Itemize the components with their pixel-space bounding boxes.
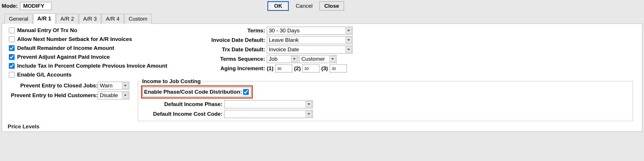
tab-ar1[interactable]: A/R 1 xyxy=(33,13,56,24)
aging-3-label: (3) xyxy=(321,65,328,72)
label-terms: Terms: xyxy=(199,28,265,34)
checkbox-include-tax[interactable] xyxy=(9,63,15,69)
chevron-down-icon xyxy=(122,83,128,89)
select-trx-date[interactable]: Invoice Date xyxy=(267,46,353,54)
ok-button[interactable]: OK xyxy=(267,1,289,11)
checkbox-enable-gl[interactable] xyxy=(9,72,15,78)
highlight-box: Enable Phase/Cost Code Distribution: xyxy=(141,85,253,99)
aging-2-input[interactable] xyxy=(302,64,319,72)
select-terms-seq-1[interactable]: Job xyxy=(267,55,298,63)
select-prevent-closed-jobs-value: Warn xyxy=(100,83,113,89)
chevron-down-icon xyxy=(345,28,352,34)
tab-custom[interactable]: Custom xyxy=(124,14,152,24)
select-prevent-closed-jobs[interactable]: Warn xyxy=(98,82,129,90)
app-window: Mode: MODIFY OK Cancel Close General A/R… xyxy=(0,0,644,133)
tab-general[interactable]: General xyxy=(5,14,33,24)
select-default-cost[interactable] xyxy=(224,110,313,118)
aging-1-label: (1) xyxy=(267,65,273,72)
chevron-down-icon xyxy=(306,111,312,117)
tab-content: Manual Entry Of Trx No Allow Next Number… xyxy=(2,24,642,132)
select-invoice-date-value: Leave Blank xyxy=(269,37,299,43)
label-default-cost: Default Income Cost Code: xyxy=(141,111,222,117)
left-column: Manual Entry Of Trx No Allow Next Number… xyxy=(8,27,191,80)
aging-1-input[interactable] xyxy=(275,64,292,72)
label-prevent-adjust: Prevent Adjust Against Paid Invoice xyxy=(17,54,110,60)
select-default-phase[interactable] xyxy=(224,100,313,108)
select-terms-seq-2-value: Customer xyxy=(301,56,325,62)
mode-value: MODIFY xyxy=(20,2,51,10)
label-terms-seq: Terms Sequence: xyxy=(199,56,265,62)
price-levels-heading: Price Levels xyxy=(2,121,642,130)
right-column: Terms: 30 - 30 Days Invoice Date Default… xyxy=(199,27,636,80)
label-prevent-held-customers: Prevent Entry to Held Customers: xyxy=(8,92,98,99)
chevron-down-icon xyxy=(291,56,297,62)
select-terms-seq-2[interactable]: Customer xyxy=(299,55,337,63)
legend-income: Income to Job Costing xyxy=(141,78,202,85)
chevron-down-icon xyxy=(345,46,352,53)
left-sub: Prevent Entry to Closed Jobs: Warn Preve… xyxy=(8,82,132,99)
aging-3-input[interactable] xyxy=(330,64,347,72)
label-enable-gl: Enable G/L Accounts xyxy=(17,72,71,78)
select-trx-date-value: Invoice Date xyxy=(269,46,299,53)
checkbox-default-remainder[interactable] xyxy=(9,45,15,51)
select-prevent-held-customers[interactable]: Disable xyxy=(98,91,129,99)
tab-ar4[interactable]: A/R 4 xyxy=(102,14,124,24)
mode-label: Mode: xyxy=(2,3,18,9)
chevron-down-icon xyxy=(122,92,128,99)
label-aging: Aging Increment: xyxy=(199,65,265,72)
chevron-down-icon xyxy=(329,56,336,62)
chevron-down-icon xyxy=(345,37,352,43)
aging-2-label: (2) xyxy=(294,65,301,72)
label-invoice-date: Invoice Date Default: xyxy=(199,37,265,43)
select-invoice-date[interactable]: Leave Blank xyxy=(267,36,353,44)
header-bar: Mode: MODIFY OK Cancel Close xyxy=(2,1,642,11)
label-enable-phase: Enable Phase/Cost Code Distribution: xyxy=(144,89,242,95)
label-allow-next-number: Allow Next Number Setback for A/R Invoic… xyxy=(17,36,132,42)
tab-ar2[interactable]: A/R 2 xyxy=(56,14,78,24)
label-manual-entry: Manual Entry Of Trx No xyxy=(17,27,77,34)
label-prevent-closed-jobs: Prevent Entry to Closed Jobs: xyxy=(8,83,98,89)
select-prevent-held-customers-value: Disable xyxy=(100,92,118,99)
tab-bar: General A/R 1 A/R 2 A/R 3 A/R 4 Custom xyxy=(2,13,642,24)
checkbox-enable-phase[interactable] xyxy=(243,89,249,95)
select-terms-seq-1-value: Job xyxy=(269,56,278,62)
label-default-remainder: Default Remainder of Income Amount xyxy=(17,45,114,51)
label-default-phase: Default Income Phase: xyxy=(141,101,222,107)
chevron-down-icon xyxy=(306,101,312,107)
checkbox-prevent-adjust[interactable] xyxy=(9,54,15,60)
checkbox-allow-next-number[interactable] xyxy=(9,36,15,42)
select-terms[interactable]: 30 - 30 Days xyxy=(267,27,353,35)
label-trx-date: Trx Date Default: xyxy=(199,46,265,53)
close-button[interactable]: Close xyxy=(319,1,344,11)
cancel-button[interactable]: Cancel xyxy=(291,2,317,10)
fieldset-income-to-job-costing: Income to Job Costing Enable Phase/Cost … xyxy=(138,81,633,121)
checkbox-manual-entry[interactable] xyxy=(9,28,15,33)
select-terms-value: 30 - 30 Days xyxy=(269,28,300,34)
label-include-tax: Include Tax in Percent Complete Previous… xyxy=(17,63,167,69)
tab-ar3[interactable]: A/R 3 xyxy=(79,14,101,24)
